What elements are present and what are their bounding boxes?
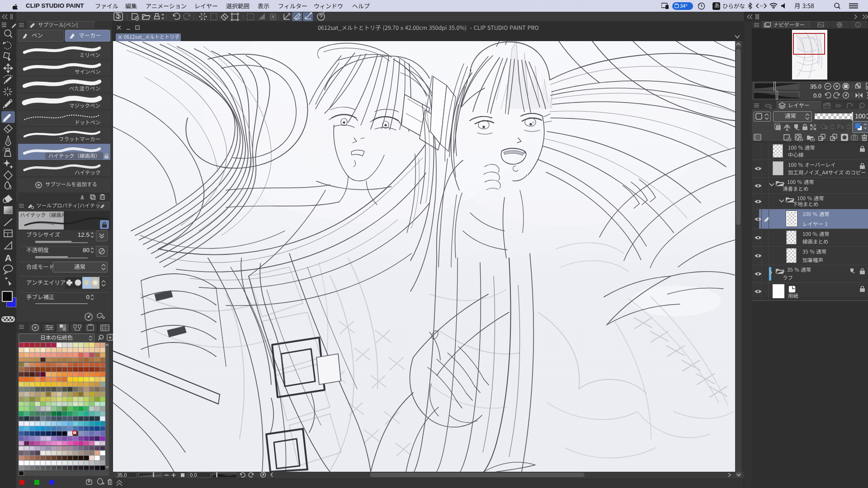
svg-text:A: A (5, 253, 11, 263)
